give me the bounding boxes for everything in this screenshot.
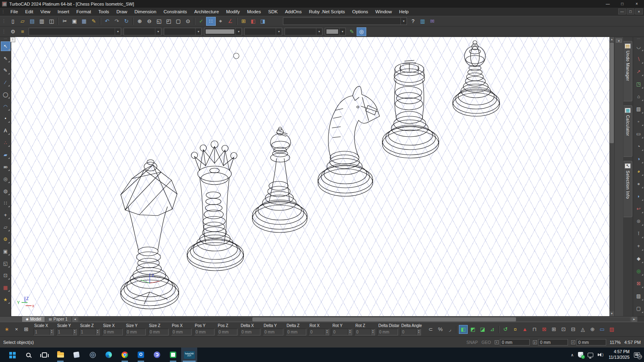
- sheet-tab-model[interactable]: ◉Model: [22, 317, 45, 322]
- search-button[interactable]: [20, 348, 36, 362]
- dropdown-arrow-icon[interactable]: ▾: [316, 28, 322, 35]
- grid-tool[interactable]: ∷: [1, 198, 10, 208]
- dropdown-arrow-icon[interactable]: ▾: [400, 18, 407, 25]
- file-explorer-button[interactable]: [52, 348, 68, 362]
- rook-wireframe[interactable]: [382, 60, 439, 158]
- spinner-icon[interactable]: ▲▼: [371, 329, 375, 335]
- outline-select-button[interactable]: ◩: [469, 325, 477, 334]
- crossing-select-button[interactable]: ⊿: [488, 325, 497, 334]
- edge-button[interactable]: [101, 348, 117, 362]
- insert-file-button[interactable]: ⊞: [239, 17, 248, 26]
- restore-button[interactable]: □: [615, 0, 630, 8]
- line-pattern-combo[interactable]: ▾: [285, 28, 322, 35]
- union-tool[interactable]: ▧: [634, 104, 644, 114]
- inspector-field-input[interactable]: 0▲▼: [400, 329, 421, 335]
- snap-tool[interactable]: ∴: [1, 138, 10, 148]
- horizontal-scroll-thumb[interactable]: [252, 317, 516, 321]
- chrome-button[interactable]: [117, 348, 133, 362]
- cut-button[interactable]: ✂: [60, 17, 70, 26]
- torus-tool[interactable]: ◎: [1, 174, 10, 184]
- circle-tool[interactable]: ◯: [1, 90, 10, 99]
- open-file-button[interactable]: ▱: [18, 17, 27, 26]
- coordinate-system-button[interactable]: ¤: [511, 325, 520, 334]
- pick-tool[interactable]: ⊡: [1, 271, 10, 280]
- horizontal-scrollbar[interactable]: [79, 317, 630, 321]
- paste-special-button[interactable]: ◨: [258, 17, 268, 26]
- inspector-field-input[interactable]: 0▲▼: [332, 329, 352, 335]
- inspector-keypad-button[interactable]: ⊞: [22, 325, 31, 334]
- hemisphere-tool[interactable]: ◑: [634, 154, 644, 164]
- revolve-tool[interactable]: ∖: [634, 54, 644, 64]
- panel-tab-undo-manager[interactable]: ▤Undo Manager: [623, 41, 632, 101]
- group-button[interactable]: ⊓: [530, 325, 539, 334]
- hatch-tool[interactable]: ▰: [1, 150, 10, 160]
- format-painter-button[interactable]: ✎: [89, 17, 99, 26]
- mdi-minimize-button[interactable]: —: [618, 8, 626, 14]
- transform-button[interactable]: ⊠: [540, 325, 549, 334]
- scale-handles-button[interactable]: ⊕: [588, 325, 597, 334]
- zoom-in-button[interactable]: ⊕: [135, 17, 144, 26]
- volume-icon[interactable]: ): [598, 352, 604, 357]
- hook-button[interactable]: ◞: [446, 325, 454, 334]
- menu-window[interactable]: Window: [372, 8, 396, 16]
- add-part-tool[interactable]: +: [634, 241, 644, 251]
- gear-tool[interactable]: ⊛: [634, 216, 644, 226]
- pen-width-combo[interactable]: ▾: [325, 28, 346, 35]
- print-button[interactable]: ▥: [37, 17, 47, 26]
- context-help-button[interactable]: ?: [408, 17, 418, 26]
- zoom-out-button[interactable]: ⊖: [144, 17, 154, 26]
- menu-insert[interactable]: Insert: [54, 8, 73, 16]
- y-coordinate-input[interactable]: 0 mm: [538, 339, 568, 346]
- select-tool[interactable]: ↖: [1, 41, 10, 51]
- lights-tool[interactable]: ★: [1, 295, 10, 304]
- options-tool[interactable]: ⚙: [1, 234, 10, 244]
- inspector-snap-button[interactable]: ∗: [2, 325, 11, 334]
- scroll-up-icon[interactable]: ▲: [609, 37, 614, 42]
- close-button[interactable]: ×: [630, 0, 644, 8]
- drawing-setup-button[interactable]: ▥: [418, 17, 427, 26]
- arc-tool[interactable]: ◠: [1, 102, 10, 111]
- selection-filter-combo[interactable]: ▾: [283, 17, 407, 25]
- ball-tool[interactable]: ●: [634, 179, 644, 189]
- menu-dimension[interactable]: Dimension: [131, 8, 160, 16]
- spinner-icon[interactable]: ▲▼: [417, 329, 421, 335]
- spinner-icon[interactable]: ▲▼: [348, 329, 352, 335]
- send-mail-button[interactable]: ✉: [427, 17, 437, 26]
- outlook-button[interactable]: [133, 348, 149, 362]
- save-button[interactable]: ▤: [27, 17, 37, 26]
- screw-tool[interactable]: ⊺: [634, 228, 644, 239]
- taskbar-clock[interactable]: 4:57 PM 11/13/2025: [609, 349, 630, 360]
- inspector-field-input[interactable]: 0 mm: [240, 329, 260, 335]
- dropdown-arrow-icon[interactable]: ▾: [235, 28, 242, 35]
- pen-style-combo[interactable]: ▾: [204, 28, 242, 35]
- geo-toggle[interactable]: GEO: [481, 340, 491, 345]
- zoom-extents-button[interactable]: ◰: [164, 17, 173, 26]
- loop-app-button[interactable]: [149, 348, 165, 362]
- menu-addons[interactable]: AddOns: [281, 8, 305, 16]
- notes-app-button[interactable]: [68, 348, 85, 362]
- brush-style-combo[interactable]: ▾: [164, 28, 202, 35]
- menu-modify[interactable]: Modify: [223, 8, 244, 16]
- subtract-tool[interactable]: ▫: [634, 116, 644, 126]
- inspector-field-input[interactable]: 0 mm: [148, 329, 169, 335]
- degrees-button[interactable]: ▲: [520, 325, 529, 334]
- king-wireframe[interactable]: Z: [121, 160, 179, 309]
- menu-edit[interactable]: Edit: [22, 8, 37, 16]
- inspector-field-input[interactable]: 1▲▼: [56, 329, 77, 335]
- line-weight-combo[interactable]: ▾: [244, 28, 282, 35]
- inspector-field-input[interactable]: 0 mm: [378, 329, 398, 335]
- fill-select-button[interactable]: ◧: [459, 325, 468, 334]
- redo-button[interactable]: ↷: [112, 17, 122, 26]
- mdi-restore-button[interactable]: □: [627, 8, 634, 14]
- camera-tool[interactable]: ⊠: [634, 278, 644, 288]
- inspector-field-input[interactable]: 0 mm: [194, 329, 215, 335]
- dropdown-arrow-icon[interactable]: ▾: [195, 28, 201, 35]
- sheet-tab-paper-1[interactable]: ▤Paper 1: [45, 317, 72, 322]
- box-solid-tool[interactable]: ⌂: [634, 91, 644, 101]
- menu-format[interactable]: Format: [73, 8, 95, 16]
- vertical-scroll-thumb[interactable]: [610, 43, 614, 143]
- tab-scroll-right-icon[interactable]: ▸: [632, 317, 637, 322]
- revert-selection-button[interactable]: ↺: [501, 325, 510, 334]
- menu-modes[interactable]: Modes: [244, 8, 265, 16]
- z-coordinate-input[interactable]: 0 mm: [576, 339, 606, 346]
